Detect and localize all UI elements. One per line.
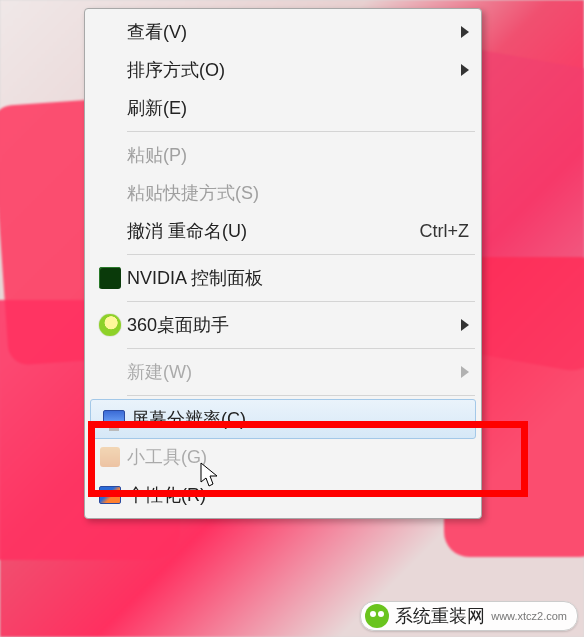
desktop-context-menu: 查看(V)排序方式(O)刷新(E)粘贴(P)粘贴快捷方式(S)撤消 重命名(U)… (84, 8, 482, 519)
watermark-site: www.xtcz2.com (491, 610, 567, 622)
menu-item-label: 新建(W) (127, 360, 455, 384)
menu-item-label: 刷新(E) (127, 96, 469, 120)
submenu-arrow-icon (461, 319, 469, 331)
menu-item-label: 360桌面助手 (127, 313, 455, 337)
tool-icon (93, 447, 127, 467)
menu-item[interactable]: 排序方式(O) (87, 51, 479, 89)
submenu-arrow-icon (461, 366, 469, 378)
menu-separator (127, 348, 475, 349)
menu-item[interactable]: 新建(W) (87, 353, 479, 391)
menu-separator (127, 301, 475, 302)
menu-item: 粘贴快捷方式(S) (87, 174, 479, 212)
menu-item-label: 个性化(R) (127, 483, 469, 507)
menu-item[interactable]: NVIDIA 控制面板 (87, 259, 479, 297)
pers-icon (93, 486, 127, 504)
menu-separator (127, 131, 475, 132)
watermark-logo-icon (365, 604, 389, 628)
submenu-arrow-icon (461, 26, 469, 38)
menu-item-label: NVIDIA 控制面板 (127, 266, 469, 290)
menu-item[interactable]: 个性化(R) (87, 476, 479, 514)
nvidia-icon (93, 267, 127, 289)
menu-item[interactable]: 查看(V) (87, 13, 479, 51)
menu-item-label: 粘贴(P) (127, 143, 469, 167)
menu-item[interactable]: 小工具(G) (87, 438, 479, 476)
watermark: 系统重装网 www.xtcz2.com (360, 601, 578, 631)
menu-item-label: 查看(V) (127, 20, 455, 44)
menu-separator (127, 395, 475, 396)
menu-item-label: 撤消 重命名(U) (127, 219, 400, 243)
menu-item-label: 屏幕分辨率(C) (131, 407, 465, 431)
menu-item[interactable]: 刷新(E) (87, 89, 479, 127)
menu-item-label: 小工具(G) (127, 445, 469, 469)
menu-item[interactable]: 撤消 重命名(U)Ctrl+Z (87, 212, 479, 250)
menu-item[interactable]: 屏幕分辨率(C) (90, 399, 476, 439)
360-icon (93, 314, 127, 336)
menu-item-label: 排序方式(O) (127, 58, 455, 82)
menu-item: 粘贴(P) (87, 136, 479, 174)
menu-item[interactable]: 360桌面助手 (87, 306, 479, 344)
screen-icon (97, 410, 131, 428)
watermark-text: 系统重装网 (395, 604, 485, 628)
submenu-arrow-icon (461, 64, 469, 76)
menu-item-label: 粘贴快捷方式(S) (127, 181, 469, 205)
menu-separator (127, 254, 475, 255)
menu-item-shortcut: Ctrl+Z (420, 221, 470, 242)
